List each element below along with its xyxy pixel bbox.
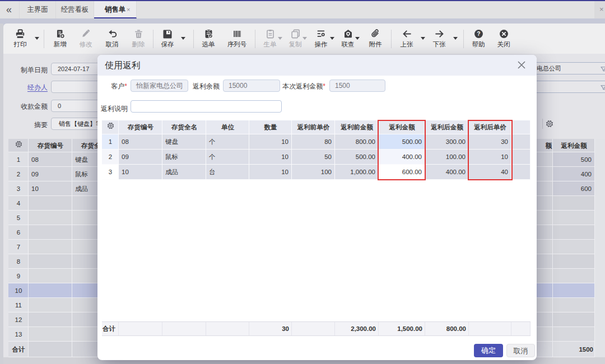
svg-text:?: ? bbox=[477, 31, 480, 37]
